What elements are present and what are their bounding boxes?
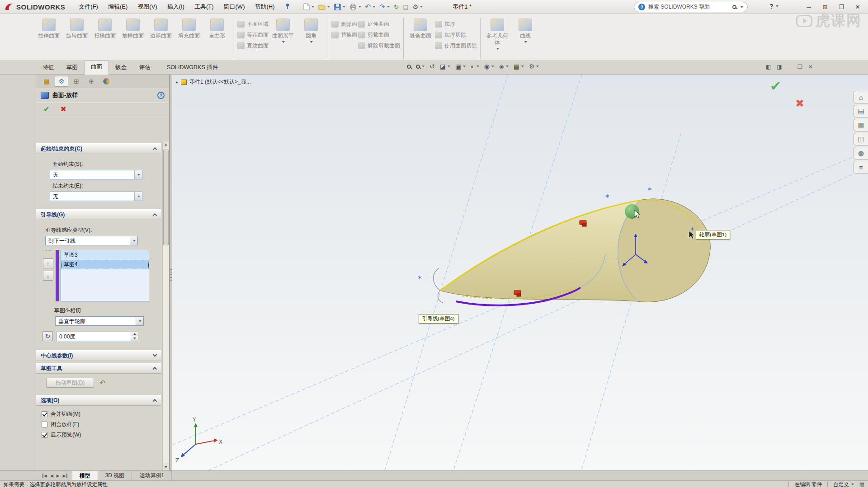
previous-view-button[interactable]: ↺ xyxy=(429,63,435,70)
tangency-select[interactable]: 垂直于轮廓 xyxy=(55,316,144,326)
design-library-button[interactable]: ▤ xyxy=(854,105,868,117)
doc-close-button[interactable]: ✕ xyxy=(808,64,813,70)
propertymanager-tab[interactable]: ⚙ xyxy=(55,76,68,87)
view-palette-button[interactable]: ◫ xyxy=(854,133,868,145)
tab-scroll-last-button[interactable]: ▶ xyxy=(63,474,67,478)
list-item[interactable]: 草图3 xyxy=(61,250,149,260)
delete-face-button[interactable]: 删除面 xyxy=(331,20,357,28)
doc-restore-button[interactable]: ❐ xyxy=(797,64,802,70)
tab-scroll-next-button[interactable]: ▶ xyxy=(57,474,60,478)
tab-evaluate[interactable]: 评估 xyxy=(133,61,157,75)
dropdown-arrow-icon[interactable] xyxy=(134,170,142,179)
graphics-viewport[interactable]: * * * * Y X Z xyxy=(172,75,868,470)
status-grid-icon[interactable]: ▦ xyxy=(859,481,864,488)
menu-tools[interactable]: 工具(T) xyxy=(190,1,218,13)
scrollbar-thumb[interactable] xyxy=(163,150,169,245)
tab-solidworks-addins[interactable]: SOLIDWORKS 插件 xyxy=(160,61,224,75)
end-constraint-select[interactable]: 无 xyxy=(50,192,142,201)
tab-model[interactable]: 模型 xyxy=(72,471,98,480)
search-icon[interactable] xyxy=(732,5,736,9)
options-button[interactable]: ⚙ xyxy=(412,2,424,11)
search-input[interactable]: 搜索 SOLIDWORKS 帮助 xyxy=(648,3,729,11)
tab-surfaces[interactable]: 曲面 xyxy=(84,60,109,75)
menu-help[interactable]: 帮助(H) xyxy=(250,1,279,13)
guide-curves-list[interactable]: 草图3 草图4 xyxy=(61,250,149,301)
help-button[interactable]: ? xyxy=(769,3,778,10)
confirmation-corner-cancel-icon[interactable]: ✖ xyxy=(795,97,804,110)
section-sketch-tools[interactable]: 草图工具 xyxy=(36,363,161,374)
extend-surface-button[interactable]: 延伸曲面 xyxy=(358,20,400,28)
ruled-surface-button[interactable]: 直纹曲面 xyxy=(237,42,269,50)
panel-scrollbar[interactable] xyxy=(162,141,169,470)
fill-surface-button[interactable]: 填充曲面 xyxy=(175,17,203,39)
appearances-scenes-button[interactable]: ◍ xyxy=(854,147,868,160)
collapse-chevron-icon[interactable] xyxy=(153,366,157,371)
thickened-cut-button[interactable]: 加厚切除 xyxy=(435,31,477,39)
3d-scene[interactable]: * * * * Y X Z xyxy=(172,75,868,470)
expand-chevron-icon[interactable] xyxy=(153,352,157,357)
pin-menu-icon[interactable] xyxy=(285,3,290,11)
cut-with-surface-button[interactable]: 使用曲面切除 xyxy=(435,42,477,50)
section-centerline-parameters[interactable]: 中心线参数(I) xyxy=(36,350,161,361)
cancel-button[interactable]: ✖ xyxy=(60,105,66,113)
view-settings-button[interactable]: ⚙ xyxy=(529,63,539,70)
revolve-surface-button[interactable]: 旋转曲面 xyxy=(63,17,90,39)
pane-right-button[interactable]: ◨ xyxy=(777,64,782,70)
display-style-button[interactable]: ◐ xyxy=(471,63,479,70)
doc-minimize-button[interactable]: ─ xyxy=(788,64,792,70)
tab-scroll-prev-button[interactable]: ◀ xyxy=(50,474,53,478)
file-properties-button[interactable]: ▤ xyxy=(402,3,409,11)
menu-insert[interactable]: 插入(I) xyxy=(163,1,189,13)
scrollbar-up-button[interactable] xyxy=(163,141,169,148)
drag-sketch-button[interactable]: 拖动草图(D) xyxy=(46,378,94,388)
zoom-area-button[interactable] xyxy=(416,65,425,69)
zoom-fit-button[interactable] xyxy=(407,65,411,69)
splitter-handle[interactable] xyxy=(170,269,172,281)
displaymanager-tab[interactable] xyxy=(99,76,113,87)
boundary-surface-button[interactable]: 边界曲面 xyxy=(147,17,175,39)
print-button[interactable] xyxy=(349,3,362,11)
offset-surface-button[interactable]: 等距曲面 xyxy=(237,31,269,39)
tab-motion-study[interactable]: 运动算例1 xyxy=(132,471,172,480)
list-item[interactable]: 草图4 xyxy=(61,260,149,269)
move-down-button[interactable]: ↓ xyxy=(43,271,53,281)
collapse-chevron-icon[interactable] xyxy=(153,147,157,151)
close-loft-checkbox[interactable]: 闭合放样(F) xyxy=(42,419,161,430)
new-document-button[interactable] xyxy=(302,2,315,11)
search-box[interactable]: ? 搜索 SOLIDWORKS 帮助 xyxy=(634,2,748,12)
redo-button[interactable]: ↷ xyxy=(378,2,391,12)
loft-surface-button[interactable]: 放样曲面 xyxy=(119,17,146,39)
replace-face-button[interactable]: 替换面 xyxy=(331,31,357,39)
spinner-down-button[interactable] xyxy=(131,336,138,341)
extrude-surface-button[interactable]: 拉伸曲面 xyxy=(35,17,62,39)
menu-view[interactable]: 视图(V) xyxy=(133,1,161,13)
tab-scroll-first-button[interactable]: ◀ xyxy=(42,474,47,478)
scrollbar-down-button[interactable] xyxy=(163,464,169,470)
tab-sketch[interactable]: 草图 xyxy=(60,61,84,75)
save-button[interactable] xyxy=(333,3,346,11)
confirmation-corner-ok-icon[interactable]: ✔ xyxy=(770,78,781,94)
move-up-button[interactable]: ↑ xyxy=(43,258,53,268)
knit-surface-button[interactable]: 缝合曲面 xyxy=(407,17,434,39)
menu-edit[interactable]: 编辑(E) xyxy=(104,1,132,13)
pane-left-button[interactable]: ◧ xyxy=(766,64,771,70)
apply-scene-button[interactable]: ▦ xyxy=(514,63,524,70)
dropdown-arrow-icon[interactable] xyxy=(130,236,137,245)
menu-file[interactable]: 文件(F) xyxy=(74,1,103,13)
start-constraint-select[interactable]: 无 xyxy=(50,170,142,179)
tree-expand-icon[interactable]: ▸ xyxy=(176,80,178,84)
trim-surface-button[interactable]: 剪裁曲面 xyxy=(358,31,400,39)
section-options[interactable]: 选项(O) xyxy=(36,395,161,406)
guide-influence-select[interactable]: 到下一引线 xyxy=(45,236,138,245)
dropdown-arrow-icon[interactable] xyxy=(741,6,743,8)
featuremanager-tree-tab[interactable]: ▤ xyxy=(40,76,53,87)
fillet-button[interactable]: 圆角 xyxy=(297,17,325,43)
dropdown-arrow-icon[interactable] xyxy=(136,317,143,325)
collapse-chevron-icon[interactable] xyxy=(153,399,157,403)
edit-appearance-button[interactable]: ◈ xyxy=(499,63,509,70)
freeform-button[interactable]: 自由形 xyxy=(203,17,231,39)
undo-sketch-icon[interactable]: ↶ xyxy=(99,379,105,387)
configurationmanager-tab[interactable]: ⊞ xyxy=(70,76,83,87)
merge-tangent-faces-checkbox[interactable]: 合并切面(M) xyxy=(42,409,161,419)
custom-properties-button[interactable]: ≡ xyxy=(854,161,868,174)
